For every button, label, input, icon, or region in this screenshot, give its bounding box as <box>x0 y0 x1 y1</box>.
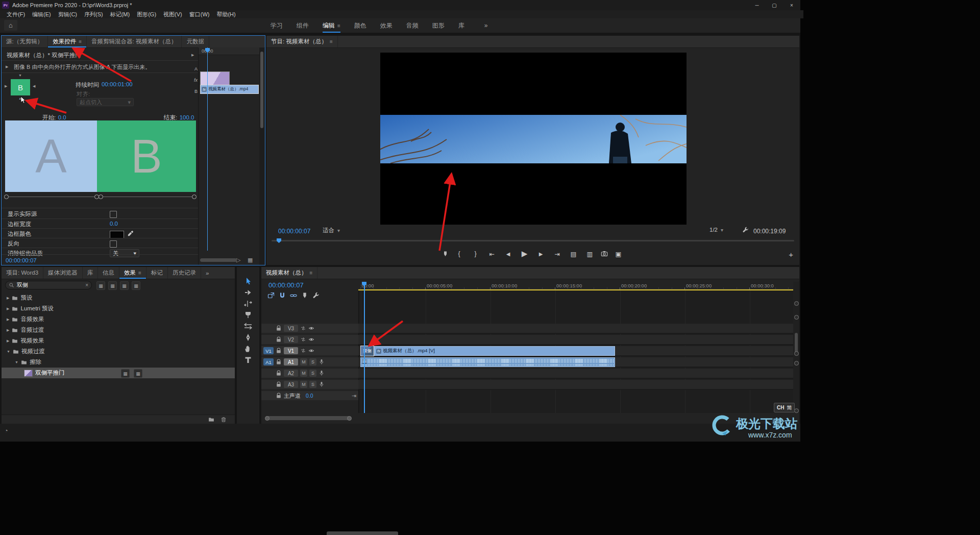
filter-32bit-icon[interactable]: ▦ <box>108 281 117 290</box>
lock-icon[interactable] <box>276 325 282 331</box>
mute-button[interactable]: M <box>300 370 307 377</box>
clear-search-icon[interactable]: × <box>85 282 88 288</box>
tree-item-video-transitions[interactable]: ▼ 视频过渡 <box>2 346 235 357</box>
toggle-effect-icon[interactable]: ▦ <box>248 257 253 263</box>
tab-project[interactable]: 项目: Word3 <box>2 267 43 279</box>
show-actual-sources-checkbox[interactable] <box>110 211 117 218</box>
step-forward-icon[interactable]: ▶ <box>535 251 547 257</box>
track-name[interactable]: A3 <box>284 381 298 388</box>
tab-metadata[interactable]: 元数据 <box>182 36 209 47</box>
sync-lock-icon[interactable] <box>300 336 306 343</box>
effect-controls-scrollbar[interactable] <box>259 47 264 265</box>
new-bin-icon[interactable] <box>208 417 214 423</box>
workspace-overflow-icon[interactable]: » <box>484 18 488 33</box>
workspace-tab-assembly[interactable]: 组件 <box>297 18 309 33</box>
snap-magnet-icon[interactable] <box>279 292 286 299</box>
mic-icon[interactable] <box>318 381 325 387</box>
sync-lock-icon[interactable] <box>300 325 306 331</box>
pen-tool[interactable] <box>237 332 259 343</box>
home-icon[interactable]: ⌂ <box>4 20 17 31</box>
menu-window[interactable]: 窗口(W) <box>186 11 213 18</box>
lane-a2[interactable] <box>358 369 793 379</box>
end-slider-knob[interactable] <box>192 194 197 199</box>
insert-nest-icon[interactable] <box>267 292 275 299</box>
border-width-value[interactable]: 0.0 <box>110 221 118 227</box>
tab-source-monitor[interactable]: 源:（无剪辑） <box>2 36 48 47</box>
solo-button[interactable]: S <box>309 370 316 377</box>
selection-tool[interactable] <box>237 276 259 286</box>
tab-effects[interactable]: 效果≡ <box>119 267 146 279</box>
reverse-checkbox[interactable] <box>110 240 117 248</box>
tree-item-video-effects[interactable]: ▶ 视频效果 <box>2 335 235 346</box>
menu-clip[interactable]: 剪辑(C) <box>55 11 81 18</box>
edge-selector-top-icon[interactable]: ▼ <box>18 74 22 77</box>
collapse-icon[interactable]: ▶ <box>191 53 194 57</box>
program-video-area[interactable] <box>380 53 687 225</box>
sync-lock-icon[interactable] <box>300 348 306 354</box>
end-slider-knob[interactable] <box>99 194 103 199</box>
workspace-tab-learning[interactable]: 学习 <box>271 18 283 33</box>
solo-button[interactable]: S <box>309 358 316 366</box>
menu-edit[interactable]: 编辑(E) <box>29 11 55 18</box>
start-slider[interactable] <box>5 197 97 201</box>
new-preset-bin-icon[interactable]: ▦ <box>132 281 140 290</box>
tab-libraries[interactable]: 库 <box>83 267 99 279</box>
tab-media-browser[interactable]: 媒体浏览器 <box>43 267 83 279</box>
workspace-tab-editing[interactable]: 编辑≡ <box>323 18 340 33</box>
mic-icon[interactable] <box>318 359 325 365</box>
timeline-settings-wrench-icon[interactable] <box>312 292 320 299</box>
tab-info[interactable]: 信息 <box>98 267 119 279</box>
minimize-button[interactable]: ─ <box>748 0 766 10</box>
resolution-dropdown[interactable]: 1/2▾ <box>709 227 723 233</box>
transition-clip[interactable]: 双侧 <box>360 346 374 356</box>
timeline-v-scrollbar[interactable] <box>793 282 799 413</box>
tree-item-audio-effects[interactable]: ▶ 音频效果 <box>2 314 235 325</box>
mini-transition-clip[interactable] <box>200 71 230 86</box>
effect-controls-timecode[interactable]: 00:00:00:07 <box>6 257 37 263</box>
program-timecode[interactable]: 00:00:00:07 <box>278 228 310 235</box>
menu-help[interactable]: 帮助(H) <box>213 11 239 18</box>
transition-thumbnail[interactable]: B <box>11 79 30 95</box>
source-patch[interactable]: V1 <box>263 347 274 354</box>
lock-icon[interactable] <box>276 381 282 387</box>
play-icon[interactable]: ▶ <box>519 249 530 258</box>
timeline-timecode[interactable]: 00:00:00:07 <box>268 281 304 289</box>
linked-selection-icon[interactable] <box>290 292 297 299</box>
start-slider-knob[interactable] <box>4 194 9 199</box>
razor-tool[interactable] <box>237 310 259 320</box>
edge-selector-right-icon[interactable]: ◀ <box>33 84 35 88</box>
track-name[interactable]: V2 <box>284 336 298 343</box>
comparison-view-icon[interactable]: ▣ <box>613 250 624 258</box>
mic-icon[interactable] <box>318 370 325 376</box>
audio-clip[interactable]: fx <box>360 357 615 367</box>
taskbar-sliver[interactable] <box>327 531 398 535</box>
go-to-out-icon[interactable]: ⇥ <box>552 250 563 258</box>
lane-a3[interactable] <box>358 380 793 390</box>
menu-graphics[interactable]: 图形(G) <box>133 11 160 18</box>
tab-effect-controls[interactable]: 效果控件≡ <box>48 36 87 47</box>
master-end-icon[interactable]: ⇥ <box>352 393 356 399</box>
anti-aliasing-dropdown[interactable]: 关▾ <box>110 249 139 257</box>
lane-v3[interactable] <box>358 324 793 334</box>
tab-program-monitor[interactable]: 节目: 视频素材（总）≡ <box>266 36 338 47</box>
workspace-tab-effects[interactable]: 效果 <box>380 18 393 33</box>
slip-tool[interactable] <box>237 321 259 331</box>
lift-icon[interactable]: ▤ <box>568 250 579 258</box>
workspace-tab-graphics[interactable]: 图形 <box>432 18 445 33</box>
menu-sequence[interactable]: 序列(S) <box>81 11 107 18</box>
play-transition-icon[interactable]: ▷ <box>236 257 240 263</box>
mute-button[interactable]: M <box>300 358 307 366</box>
lock-icon[interactable] <box>276 359 282 365</box>
menu-file[interactable]: 文件(F) <box>3 11 29 18</box>
track-select-forward-tool[interactable] <box>237 287 259 298</box>
timeline-h-scrollbar[interactable] <box>265 416 350 420</box>
close-button[interactable]: × <box>783 0 800 10</box>
step-back-icon[interactable]: ◀ <box>503 251 514 257</box>
disclosure-icon[interactable]: ▶ <box>6 65 8 69</box>
mini-h-scrollbar[interactable] <box>200 258 237 262</box>
maximize-button[interactable]: ▢ <box>766 0 783 10</box>
menu-markers[interactable]: 标记(M) <box>107 11 134 18</box>
eye-icon[interactable] <box>308 348 314 354</box>
tree-item-lumetri-presets[interactable]: ▶ Lumetri 预设 <box>2 303 235 314</box>
tree-item-wipe[interactable]: ▼ 擦除 <box>2 357 235 368</box>
